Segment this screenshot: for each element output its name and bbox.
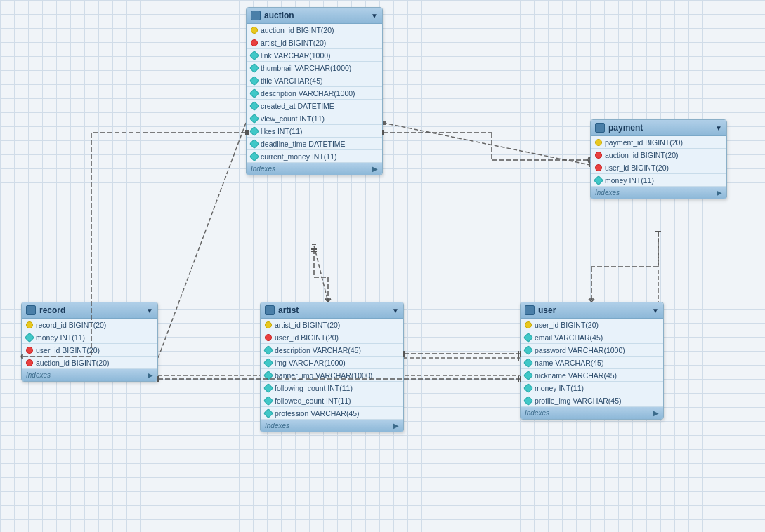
field-icon (249, 62, 259, 72)
key-icon (595, 139, 602, 146)
indexes-arrow[interactable]: ▶ (393, 422, 399, 430)
field-icon (249, 113, 259, 123)
field-icon (523, 395, 533, 405)
key-icon (26, 321, 33, 328)
fk-icon (265, 334, 272, 341)
field-icon (249, 151, 259, 161)
table-auction-icon (251, 11, 261, 20)
table-row: auction_id BIGINT(20) (22, 357, 157, 369)
table-artist-indexes[interactable]: Indexes ▶ (261, 420, 403, 432)
field-icon (249, 88, 259, 98)
field-icon (523, 332, 533, 342)
table-row: img VARCHAR(1000) (261, 357, 403, 369)
table-row: auction_id BIGINT(20) (247, 24, 382, 36)
fk-icon (26, 359, 33, 366)
table-row: money INT(11) (521, 382, 663, 394)
key-icon (525, 321, 532, 328)
table-payment-header[interactable]: payment ▼ (591, 120, 726, 136)
indexes-arrow[interactable]: ▶ (372, 165, 378, 173)
indexes-label: Indexes (265, 422, 289, 430)
table-artist-dropdown[interactable]: ▼ (392, 307, 399, 314)
table-row: deadline_time DATETIME (247, 138, 382, 150)
indexes-arrow[interactable]: ▶ (148, 371, 153, 379)
table-payment[interactable]: payment ▼ payment_id BIGINT(20) auction_… (590, 119, 727, 199)
table-row: money INT(11) (591, 174, 726, 187)
table-auction-name: auction (264, 11, 367, 20)
table-auction[interactable]: auction ▼ auction_id BIGINT(20) artist_i… (246, 7, 383, 175)
table-record-body: record_id BIGINT(20) money INT(11) user_… (22, 319, 157, 369)
field-icon (25, 332, 34, 342)
field-icon (249, 126, 259, 135)
field-icon (263, 395, 273, 405)
table-row: following_count INT(11) (261, 382, 403, 394)
table-artist[interactable]: artist ▼ artist_id BIGINT(20) user_id BI… (260, 302, 404, 432)
table-row: user_id BIGINT(20) (591, 161, 726, 174)
field-icon (523, 383, 533, 392)
table-auction-dropdown[interactable]: ▼ (371, 12, 378, 20)
table-row: password VARCHAR(1000) (521, 344, 663, 357)
table-user-icon (525, 305, 535, 315)
table-record-dropdown[interactable]: ▼ (146, 307, 153, 314)
table-record-header[interactable]: record ▼ (22, 302, 157, 319)
field-icon (523, 345, 533, 354)
table-payment-indexes[interactable]: Indexes ▶ (591, 187, 726, 199)
table-user-dropdown[interactable]: ▼ (652, 307, 659, 314)
fk-icon (251, 39, 258, 46)
table-row: profession VARCHAR(45) (261, 407, 403, 420)
indexes-arrow[interactable]: ▶ (653, 409, 659, 417)
table-row: banner_img VARCHAR(1000) (261, 369, 403, 382)
table-user[interactable]: user ▼ user_id BIGINT(20) email VARCHAR(… (520, 302, 664, 420)
field-icon (263, 370, 273, 380)
field-icon (523, 370, 533, 380)
table-row: name VARCHAR(45) (521, 357, 663, 369)
table-record-name: record (39, 305, 143, 315)
table-user-header[interactable]: user ▼ (521, 302, 663, 319)
table-record-icon (26, 305, 36, 315)
table-row: followed_count INT(11) (261, 394, 403, 407)
table-row: auction_id BIGINT(20) (591, 149, 726, 161)
table-artist-icon (265, 305, 275, 315)
table-row: artist_id BIGINT(20) (247, 36, 382, 49)
field-icon (523, 357, 533, 367)
field-icon (263, 383, 273, 392)
table-row: record_id BIGINT(20) (22, 319, 157, 331)
table-artist-header[interactable]: artist ▼ (261, 302, 403, 319)
field-icon (249, 138, 259, 148)
key-icon (265, 321, 272, 328)
table-row: link VARCHAR(1000) (247, 49, 382, 62)
table-row: created_at DATETIME (247, 100, 382, 112)
table-record-indexes[interactable]: Indexes ▶ (22, 369, 157, 381)
table-row: nickname VARCHAR(45) (521, 369, 663, 382)
table-payment-dropdown[interactable]: ▼ (715, 124, 722, 132)
table-row: profile_img VARCHAR(45) (521, 394, 663, 407)
table-row: user_id BIGINT(20) (521, 319, 663, 331)
table-user-indexes[interactable]: Indexes ▶ (521, 407, 663, 419)
table-record[interactable]: record ▼ record_id BIGINT(20) money INT(… (21, 302, 158, 382)
key-icon (251, 27, 258, 34)
fk-icon (26, 347, 33, 354)
table-payment-name: payment (608, 123, 712, 133)
indexes-arrow[interactable]: ▶ (717, 189, 722, 197)
table-row: artist_id BIGINT(20) (261, 319, 403, 331)
table-row: description VARCHAR(45) (261, 344, 403, 357)
table-row: view_count INT(11) (247, 112, 382, 125)
table-row: email VARCHAR(45) (521, 331, 663, 344)
table-payment-icon (595, 123, 605, 133)
svg-line-0 (383, 123, 590, 165)
table-artist-name: artist (278, 305, 388, 315)
table-auction-header[interactable]: auction ▼ (247, 8, 382, 24)
table-row: thumbnail VARCHAR(1000) (247, 62, 382, 74)
fk-icon (595, 152, 602, 159)
table-row: user_id BIGINT(20) (261, 331, 403, 344)
table-auction-indexes[interactable]: Indexes ▶ (247, 163, 382, 175)
table-auction-body: auction_id BIGINT(20) artist_id BIGINT(2… (247, 24, 382, 163)
svg-line-1 (158, 123, 246, 358)
table-row: payment_id BIGINT(20) (591, 136, 726, 149)
fk-icon (595, 164, 602, 171)
table-row: description VARCHAR(1000) (247, 87, 382, 100)
svg-line-3 (314, 246, 328, 302)
field-icon (594, 175, 603, 185)
table-row: likes INT(11) (247, 125, 382, 138)
indexes-label: Indexes (26, 371, 51, 379)
field-icon (249, 75, 259, 85)
